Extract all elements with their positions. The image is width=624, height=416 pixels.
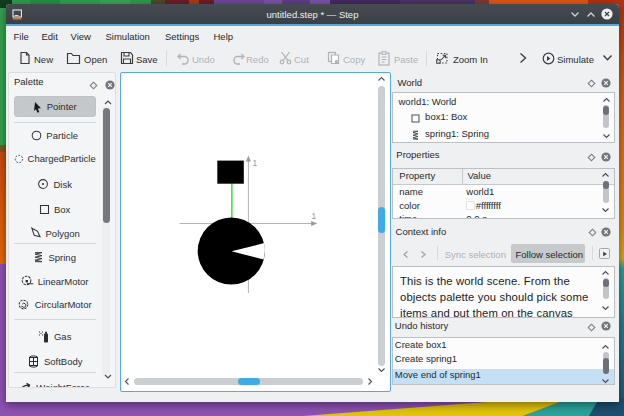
- svg-text:1: 1: [252, 157, 257, 167]
- svg-text:1: 1: [311, 211, 316, 221]
